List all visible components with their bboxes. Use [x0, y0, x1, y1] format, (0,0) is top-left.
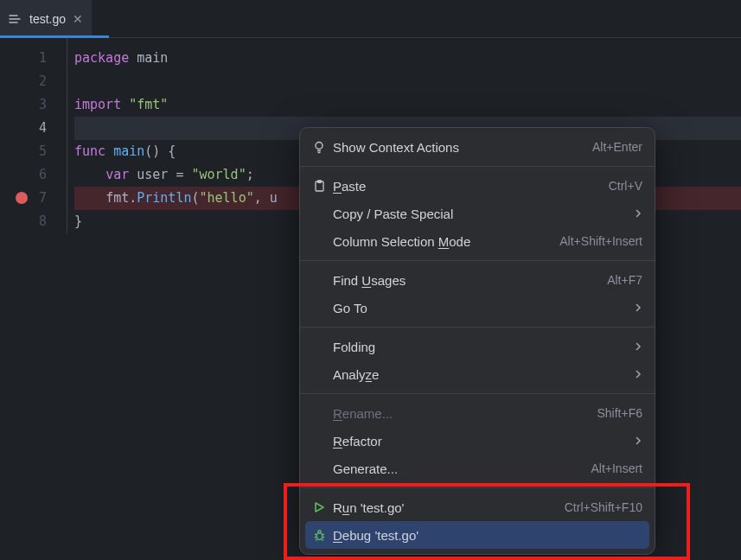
run-icon [310, 500, 328, 515]
code-line: import "fmt" [74, 93, 741, 117]
file-tab-test-go[interactable]: test.go ✕ [0, 0, 92, 37]
menu-label: Generate... [333, 461, 585, 476]
menu-item-analyze[interactable]: Analyze [300, 360, 655, 388]
menu-item-paste[interactable]: Paste Ctrl+V [300, 172, 655, 200]
editor-gutter: 1 2 3 4 5 6 7 8 [0, 38, 67, 233]
debug-icon [310, 527, 328, 543]
menu-label: Folding [333, 340, 629, 354]
menu-separator [300, 393, 655, 394]
bulb-icon [310, 139, 328, 155]
chevron-right-icon [634, 370, 642, 379]
menu-shortcut: Alt+Insert [591, 461, 642, 475]
menu-item-rename: Rename... Shift+F6 [300, 399, 655, 427]
menu-separator [300, 487, 655, 488]
svg-point-9 [317, 530, 320, 532]
svg-point-8 [316, 532, 323, 539]
menu-shortcut: Ctrl+V [609, 179, 642, 193]
gutter-line: 1 [0, 47, 67, 70]
menu-shortcut: Ctrl+Shift+F10 [565, 500, 642, 514]
menu-shortcut: Alt+F7 [607, 273, 642, 287]
menu-item-column-selection[interactable]: Column Selection Mode Alt+Shift+Insert [300, 227, 655, 255]
menu-item-refactor[interactable]: Refactor [300, 427, 655, 455]
menu-item-folding[interactable]: Folding [300, 333, 655, 360]
menu-shortcut: Alt+Enter [592, 140, 642, 154]
menu-label: Debug 'test.go' [333, 528, 642, 543]
chevron-right-icon [634, 303, 642, 312]
menu-label: Column Selection Mode [333, 234, 554, 249]
svg-line-15 [322, 539, 323, 540]
svg-line-14 [316, 539, 317, 540]
chevron-right-icon [634, 209, 642, 218]
menu-item-goto[interactable]: Go To [300, 294, 655, 321]
menu-item-find-usages[interactable]: Find Usages Alt+F7 [300, 266, 655, 294]
gutter-line: 8 [0, 210, 67, 233]
chevron-right-icon [634, 342, 642, 351]
menu-label: Show Context Actions [333, 140, 587, 155]
chevron-right-icon [634, 436, 642, 445]
menu-item-generate[interactable]: Generate... Alt+Insert [300, 455, 655, 482]
gutter-line: 4 [0, 117, 67, 140]
gutter-line: 7 [0, 187, 67, 210]
gutter-line: 5 [0, 140, 67, 163]
svg-rect-7 [317, 180, 321, 182]
menu-separator [300, 327, 655, 328]
menu-label: Find Usages [333, 273, 602, 288]
menu-label: Go To [333, 301, 629, 315]
gutter-line: 6 [0, 163, 67, 187]
svg-line-11 [322, 534, 324, 535]
gutter-line: 3 [0, 93, 67, 117]
menu-item-run[interactable]: Run 'test.go' Ctrl+Shift+F10 [300, 493, 655, 521]
menu-item-context-actions[interactable]: Show Context Actions Alt+Enter [300, 133, 655, 161]
menu-shortcut: Alt+Shift+Insert [559, 234, 642, 248]
close-icon[interactable]: ✕ [73, 12, 83, 26]
svg-line-10 [315, 534, 317, 535]
code-line: package main [74, 47, 741, 70]
menu-label: Rename... [333, 406, 591, 421]
menu-separator [300, 166, 655, 167]
editor-tab-bar: test.go ✕ [0, 0, 741, 38]
breakpoint-marker[interactable] [16, 192, 28, 204]
gutter-line: 2 [0, 70, 67, 93]
menu-item-copy-paste-special[interactable]: Copy / Paste Special [300, 200, 655, 227]
editor-context-menu: Show Context Actions Alt+Enter Paste Ctr… [299, 127, 655, 555]
file-tab-label: test.go [29, 12, 66, 26]
menu-shortcut: Shift+F6 [597, 406, 642, 420]
menu-label: Copy / Paste Special [333, 207, 629, 221]
menu-label: Refactor [333, 434, 629, 449]
code-line [74, 70, 741, 93]
svg-line-12 [314, 537, 316, 538]
go-file-icon [9, 13, 22, 25]
paste-icon [310, 178, 328, 194]
menu-item-debug[interactable]: Debug 'test.go' [305, 521, 649, 549]
menu-label: Analyze [333, 367, 629, 382]
menu-separator [300, 260, 655, 261]
menu-label: Run 'test.go' [333, 500, 559, 515]
menu-label: Paste [333, 179, 604, 194]
svg-point-3 [316, 143, 323, 150]
svg-line-13 [322, 537, 324, 538]
